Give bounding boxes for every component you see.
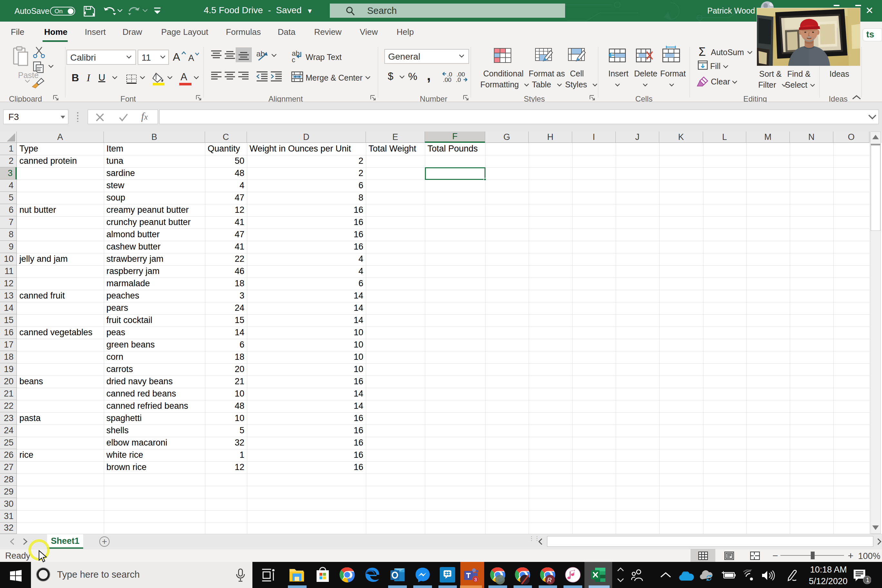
svg-text:.00: .00 [443,76,452,83]
svg-text:1: 1 [866,576,869,584]
svg-text:.0: .0 [456,76,461,83]
svg-text:c: c [292,56,295,64]
svg-text:3: 3 [474,577,477,582]
svg-text:ab: ab [256,50,265,58]
